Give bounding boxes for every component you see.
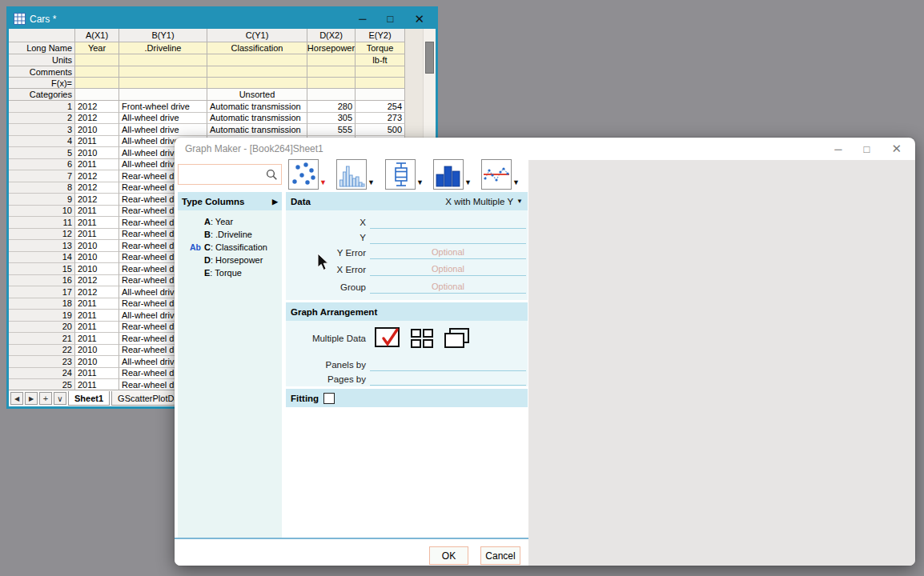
cars-window-titlebar[interactable]: Cars * ─ □ ✕ — [9, 9, 436, 29]
ok-button[interactable]: OK — [429, 546, 468, 565]
add-sheet-button[interactable]: + — [39, 392, 52, 405]
x-input[interactable] — [370, 215, 526, 229]
column-item-d[interactable]: D: Horsepower — [178, 254, 282, 266]
histogram-dropdown-arrow-icon[interactable]: ▼ — [368, 179, 375, 186]
x-error-input[interactable]: Optional — [370, 262, 526, 276]
row-label-cell[interactable]: Long Name — [9, 42, 75, 54]
year-cell[interactable]: 2012 — [75, 275, 119, 287]
expand-arrow-icon[interactable]: ▶ — [272, 198, 278, 206]
meta-value-cell[interactable] — [307, 54, 356, 66]
column-header-cell[interactable]: D(X2) — [307, 29, 356, 42]
row-number-cell[interactable]: 25 — [9, 379, 75, 390]
group-input[interactable]: Optional — [370, 280, 526, 294]
column-chart-button[interactable] — [433, 159, 464, 190]
year-cell[interactable]: 2012 — [75, 182, 119, 194]
dialog-minimize-button[interactable]: ─ — [834, 143, 842, 155]
driveline-cell[interactable]: Front-wheel drive — [119, 101, 207, 113]
row-number-cell[interactable]: 13 — [9, 240, 75, 252]
tab-sheet1[interactable]: Sheet1 — [68, 391, 110, 406]
torque-cell[interactable]: 500 — [356, 124, 405, 136]
horsepower-cell[interactable]: 280 — [307, 101, 356, 113]
corner-header-cell[interactable] — [9, 29, 75, 42]
meta-value-cell[interactable]: Unsorted — [207, 89, 307, 101]
box-chart-button[interactable] — [385, 159, 416, 190]
driveline-cell[interactable]: All-wheel drive — [119, 113, 207, 125]
driveline-cell[interactable]: All-wheel drive — [119, 124, 207, 136]
meta-value-cell[interactable] — [75, 89, 119, 101]
cars-minimize-button[interactable]: ─ — [359, 14, 366, 24]
year-cell[interactable]: 2010 — [75, 240, 119, 252]
column-item-c[interactable]: AbC: Classification — [178, 241, 282, 254]
row-number-cell[interactable]: 14 — [9, 252, 75, 264]
meta-value-cell[interactable] — [207, 54, 307, 66]
meta-value-cell[interactable]: Year — [75, 42, 119, 54]
column-header-cell[interactable]: C(Y1) — [207, 29, 307, 42]
year-cell[interactable]: 2010 — [75, 252, 119, 264]
sheet-list-button[interactable]: ∨ — [54, 392, 66, 405]
meta-value-cell[interactable]: Classification — [207, 42, 307, 54]
year-cell[interactable]: 2012 — [75, 286, 119, 298]
horsepower-cell[interactable]: 555 — [307, 124, 356, 136]
meta-value-cell[interactable] — [119, 66, 207, 78]
row-number-cell[interactable]: 23 — [9, 356, 75, 368]
multi-panel-option-icon[interactable] — [410, 328, 434, 349]
meta-value-cell[interactable] — [307, 89, 356, 101]
dialog-maximize-button[interactable]: □ — [864, 143, 870, 155]
row-number-cell[interactable]: 7 — [9, 170, 75, 182]
meta-value-cell[interactable] — [356, 78, 405, 89]
column-header-cell[interactable]: B(Y1) — [119, 29, 207, 42]
row-number-cell[interactable]: 9 — [9, 194, 75, 206]
cancel-button[interactable]: Cancel — [480, 546, 520, 565]
y-error-input[interactable]: Optional — [370, 246, 526, 259]
y-input[interactable] — [370, 230, 526, 244]
dialog-close-button[interactable]: ✕ — [891, 142, 902, 156]
column-item-e[interactable]: E: Torque — [178, 266, 282, 279]
tab-scroll-left-button[interactable]: ◀ — [10, 392, 23, 405]
column-item-b[interactable]: B: .Driveline — [178, 228, 282, 241]
meta-value-cell[interactable] — [75, 78, 119, 89]
meta-value-cell[interactable]: Torque — [356, 42, 405, 54]
cars-maximize-button[interactable]: □ — [388, 14, 394, 24]
meta-value-cell[interactable] — [119, 54, 207, 66]
year-cell[interactable]: 2011 — [75, 333, 119, 345]
column-header-cell[interactable]: E(Y2) — [356, 29, 405, 42]
meta-value-cell[interactable] — [307, 78, 356, 89]
row-number-cell[interactable]: 15 — [9, 263, 75, 275]
torque-cell[interactable]: 254 — [356, 101, 405, 113]
type-columns-header[interactable]: Type Columns ▶ — [178, 192, 282, 210]
row-number-cell[interactable]: 24 — [9, 368, 75, 380]
year-cell[interactable]: 2012 — [75, 170, 119, 182]
meta-value-cell[interactable] — [119, 78, 207, 89]
data-mode-dropdown[interactable]: X with Multiple Y ▼ — [445, 197, 523, 206]
row-number-cell[interactable]: 10 — [9, 206, 75, 218]
row-number-cell[interactable]: 20 — [9, 322, 75, 334]
row-label-cell[interactable]: F(x)= — [9, 78, 75, 89]
row-number-cell[interactable]: 12 — [9, 229, 75, 241]
multi-page-option-icon[interactable] — [443, 327, 472, 350]
meta-value-cell[interactable] — [75, 66, 119, 78]
panels-by-input[interactable] — [370, 358, 526, 371]
column-chart-dropdown-arrow-icon[interactable]: ▼ — [464, 179, 472, 186]
row-number-cell[interactable]: 6 — [9, 159, 75, 171]
column-item-a[interactable]: A: Year — [178, 215, 282, 228]
year-cell[interactable]: 2012 — [75, 194, 119, 206]
scatter-dropdown-arrow-icon[interactable]: ▼ — [319, 179, 327, 186]
year-cell[interactable]: 2011 — [75, 298, 119, 310]
classification-cell[interactable]: Automatic transmission — [207, 101, 307, 113]
row-label-cell[interactable]: Comments — [9, 66, 75, 78]
row-number-cell[interactable]: 18 — [9, 298, 75, 310]
row-number-cell[interactable]: 2 — [9, 113, 75, 125]
scatter-plot-button[interactable] — [288, 159, 319, 190]
single-layer-option-icon[interactable] — [374, 326, 401, 351]
dialog-titlebar[interactable]: Graph Maker - [Book264]Sheet1 ─ □ ✕ — [175, 138, 915, 160]
year-cell[interactable]: 2011 — [75, 206, 119, 218]
year-cell[interactable]: 2010 — [75, 356, 119, 368]
meta-value-cell[interactable] — [356, 66, 405, 78]
meta-value-cell[interactable] — [119, 89, 207, 101]
classification-cell[interactable]: Automatic transmission — [207, 124, 307, 136]
year-cell[interactable]: 2012 — [75, 101, 119, 113]
year-cell[interactable]: 2010 — [75, 124, 119, 136]
fitting-checkbox[interactable] — [323, 393, 335, 404]
year-cell[interactable]: 2011 — [75, 310, 119, 322]
classification-cell[interactable]: Automatic transmission — [207, 113, 307, 125]
